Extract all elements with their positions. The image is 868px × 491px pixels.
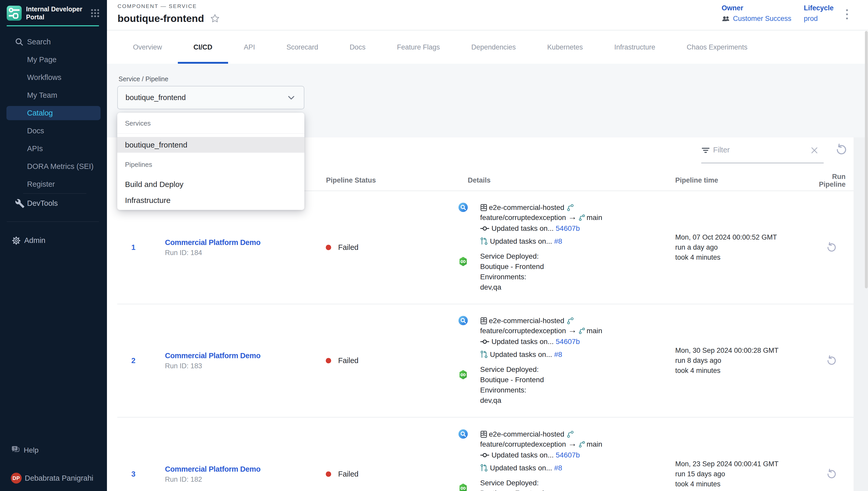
target-branch: main	[587, 440, 602, 449]
tab-dependencies[interactable]: Dependencies	[456, 31, 532, 64]
rerun-pipeline-icon[interactable]	[826, 355, 837, 367]
pipeline-name-link[interactable]: Commercial Platform Demo	[165, 351, 316, 360]
user-profile[interactable]: DP Debabrata Panigrahi	[0, 470, 107, 486]
tab-infrastructure[interactable]: Infrastructure	[598, 31, 671, 64]
sidebar-item-devtools[interactable]: DevTools	[0, 195, 107, 212]
source-branch: feature/corruptedexception	[480, 440, 566, 449]
run-number-link[interactable]: 3	[117, 470, 150, 479]
star-icon[interactable]	[210, 13, 220, 24]
commit-sha-link[interactable]: 54607b	[556, 224, 580, 233]
wrench-icon	[15, 199, 25, 208]
status-dot-failed	[326, 245, 331, 250]
status-dot-failed	[326, 471, 331, 477]
commit-message: Updated tasks on...	[492, 451, 554, 459]
pipeline-status: Failed	[316, 243, 454, 252]
service-pipeline-select[interactable]: boutique_frontend	[117, 86, 304, 109]
target-branch: main	[587, 213, 602, 222]
sidebar-item-my-team[interactable]: My Team	[0, 86, 107, 104]
tab-api[interactable]: API	[228, 31, 271, 64]
pr-message: Updated tasks on...	[490, 237, 552, 246]
run-number-link[interactable]: 2	[117, 356, 150, 365]
select-value: boutique_frontend	[125, 93, 186, 102]
kebab-menu-icon[interactable]	[846, 9, 848, 22]
ci-stage-icon	[459, 316, 468, 325]
filter-input[interactable]: Filter	[713, 146, 730, 154]
sidebar-item-docs[interactable]: Docs	[0, 122, 107, 140]
tab-scorecard[interactable]: Scorecard	[271, 31, 334, 64]
sidebar-item-label: DevTools	[27, 199, 58, 208]
user-avatar: DP	[11, 473, 22, 484]
run-details: ∞ e2e-commercial-hosted	[454, 203, 665, 292]
tab-docs[interactable]: Docs	[334, 31, 381, 64]
repo-icon	[480, 204, 487, 211]
run-number-link[interactable]: 1	[117, 243, 150, 252]
service-deployed-name: Boutique - Frontend	[480, 375, 602, 385]
sidebar-item-label: Catalog	[27, 109, 53, 117]
sidebar-item-workflows[interactable]: Workflows	[0, 68, 107, 86]
clear-filter-icon[interactable]	[810, 146, 819, 155]
pipeline-status: Failed	[316, 356, 454, 365]
pipeline-time: Mon, 07 Oct 2024 00:00:52 GMT run a day …	[665, 232, 809, 262]
pr-number-link[interactable]: #8	[554, 464, 562, 472]
lifecycle-label: Lifecycle	[804, 4, 834, 12]
tab-cicd[interactable]: CI/CD	[178, 31, 228, 64]
rerun-pipeline-icon[interactable]	[826, 242, 837, 254]
rerun-pipeline-icon[interactable]	[826, 468, 837, 480]
run-id: Run ID: 182	[165, 475, 316, 484]
sidebar-accent-divider	[7, 25, 99, 26]
sidebar-item-label: Docs	[27, 126, 44, 135]
duration: took 4 minutes	[675, 253, 809, 262]
sidebar-item-apis[interactable]: APIs	[0, 140, 107, 157]
owner-label: Owner	[722, 4, 792, 12]
chevron-down-icon	[288, 96, 294, 100]
dropdown-group-services: Services	[125, 119, 151, 127]
scrollbar-thumb[interactable]	[865, 31, 868, 288]
col-header-run-pipeline: RunPipeline	[809, 173, 854, 188]
git-branch-icon	[567, 204, 574, 211]
sidebar-divider	[7, 222, 99, 222]
tab-kubernetes[interactable]: Kubernetes	[531, 31, 598, 64]
pipeline-run-row[interactable]: 3 Commercial Platform Demo Run ID: 182 F…	[117, 417, 854, 491]
sidebar-item-dora-metrics[interactable]: DORA Metrics (SEI)	[0, 157, 107, 175]
target-branch: main	[587, 327, 602, 335]
time-gmt: Mon, 23 Sep 2024 00:00:41 GMT	[675, 459, 809, 469]
dropdown-option-infrastructure[interactable]: Infrastructure	[117, 193, 304, 208]
pipeline-name-link[interactable]: Commercial Platform Demo	[165, 465, 316, 473]
git-branch-icon	[579, 214, 585, 221]
refresh-icon[interactable]	[835, 143, 848, 156]
ci-stage-icon	[459, 429, 468, 439]
pipeline-name-link[interactable]: Commercial Platform Demo	[165, 238, 316, 247]
tab-feature-flags[interactable]: Feature Flags	[381, 31, 456, 64]
tab-overview[interactable]: Overview	[117, 31, 178, 64]
sidebar-item-search[interactable]: Search	[0, 33, 107, 51]
run-details: ∞ e2e-commercial-hosted	[454, 316, 665, 406]
apps-grid-icon[interactable]	[90, 8, 100, 18]
tab-chaos-experiments[interactable]: Chaos Experiments	[671, 31, 763, 64]
sidebar-item-register[interactable]: Register	[0, 175, 107, 193]
git-branch-icon	[579, 441, 585, 448]
dropdown-option-boutique-frontend[interactable]: boutique_frontend	[117, 137, 304, 153]
entity-header: COMPONENT — SERVICE boutique-frontend Ow…	[107, 0, 868, 30]
col-header-pipeline-status: Pipeline Status	[316, 176, 454, 184]
time-ago: run 15 days ago	[675, 469, 809, 479]
pipeline-run-row[interactable]: 2 Commercial Platform Demo Run ID: 183 F…	[117, 304, 854, 417]
repo-name: e2e-commercial-hosted	[489, 317, 564, 325]
run-id: Run ID: 183	[165, 362, 316, 370]
sidebar-item-label: DORA Metrics (SEI)	[27, 162, 94, 171]
dropdown-option-build-and-deploy[interactable]: Build and Deploy	[117, 177, 304, 192]
pipeline-time: Mon, 23 Sep 2024 00:00:41 GMT run 15 day…	[665, 459, 809, 489]
git-branch-icon	[579, 327, 585, 335]
source-branch: feature/corruptedexception	[480, 213, 566, 222]
sidebar-item-my-page[interactable]: My Page	[0, 51, 107, 68]
commit-sha-link[interactable]: 54607b	[556, 451, 580, 459]
pr-number-link[interactable]: #8	[554, 350, 562, 359]
service-deployed-label: Service Deployed:	[480, 365, 602, 375]
sidebar-item-catalog[interactable]: Catalog	[6, 106, 100, 120]
filter-underline	[701, 163, 824, 163]
sidebar-item-admin[interactable]: Admin	[0, 232, 107, 249]
sidebar-item-help[interactable]: ? Help	[0, 442, 107, 458]
owner-value-link[interactable]: Customer Success	[733, 15, 792, 23]
pr-number-link[interactable]: #8	[554, 237, 562, 246]
commit-sha-link[interactable]: 54607b	[556, 338, 580, 346]
repo-name: e2e-commercial-hosted	[489, 203, 564, 212]
